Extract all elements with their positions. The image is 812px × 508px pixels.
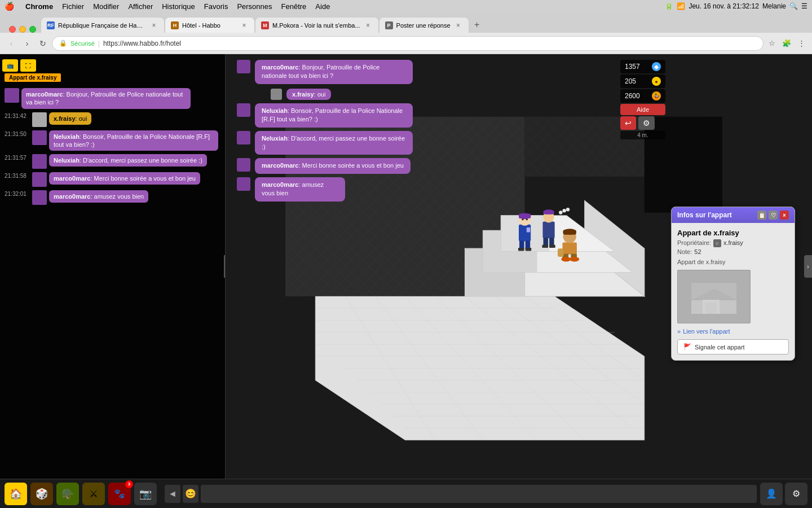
info-panel-close-btn[interactable]: × <box>780 211 789 220</box>
info-panel-fav-btn[interactable]: ♡ <box>769 211 778 220</box>
tab-habbo[interactable]: H Hôtel - Habbo × <box>165 17 255 33</box>
svg-rect-60 <box>563 230 576 234</box>
bottom-right-area: 👤 ⚙ <box>760 483 807 505</box>
diamonds-value: 1357 <box>625 63 640 71</box>
back-button[interactable]: ‹ <box>5 37 18 50</box>
tab-favicon-pokora: M <box>261 21 269 29</box>
chat-emoji-btn[interactable]: 😊 <box>183 485 198 503</box>
habbo-icon-4[interactable]: ⚔ <box>82 483 105 505</box>
search-icon[interactable]: 🔍 <box>789 2 798 10</box>
game-bubble-marco-1: marco0marc: Merci bonne soirée a vous et… <box>237 158 665 173</box>
link-text[interactable]: Lien vers l'appart <box>683 328 730 335</box>
close-button[interactable] <box>9 26 16 33</box>
text-neluxiah-2: D'accord, merci passez une bonne soirée … <box>83 157 202 164</box>
forward-button[interactable]: › <box>20 37 34 50</box>
apple-logo[interactable]: 🍎 <box>5 2 14 11</box>
chat-message-neluxiah-1: 21:31:50 Neluxiah: Bonsoir, Patrouille d… <box>0 129 225 153</box>
chat-messages-container[interactable]: marco0marc: Bonjour, Patrouille de Polic… <box>0 84 225 479</box>
tab-favicon-habbo: H <box>171 21 179 29</box>
maximize-button[interactable] <box>29 26 36 33</box>
info-note-label: Note: <box>677 248 692 255</box>
minimize-button[interactable] <box>19 26 26 33</box>
tab-close-poster[interactable]: × <box>454 21 463 30</box>
bookmark-icon[interactable]: ☆ <box>766 37 778 50</box>
menu-historique[interactable]: Historique <box>157 1 200 12</box>
tab-close-habbo[interactable]: × <box>240 21 249 30</box>
sender-marco-2: marco0marc <box>54 193 90 200</box>
text-marco-1: Merci bonne soirée a vous et bon jeu <box>94 175 196 182</box>
settings-icon[interactable]: ⋮ <box>795 37 807 50</box>
extension-icon[interactable]: 🧩 <box>780 37 793 50</box>
info-panel-copy-btn[interactable]: 📋 <box>757 211 766 220</box>
traffic-lights <box>5 26 41 33</box>
menu-chrome[interactable]: Chrome <box>21 1 58 12</box>
wifi-indicator: 📶 <box>677 2 685 10</box>
text-fraisy: oui <box>79 115 87 122</box>
secure-text: Sécurisé <box>70 40 95 47</box>
menu-personnes[interactable]: Personnes <box>232 1 276 12</box>
info-panel: Infos sur l'appart 📋 ♡ × Appart de x.fra… <box>671 207 795 361</box>
menu-fichier[interactable]: Fichier <box>58 1 89 12</box>
chat-arrow-btn[interactable]: ◄ <box>165 485 180 503</box>
refresh-button[interactable]: ↻ <box>36 37 50 50</box>
owner-badge-icon: ☆ <box>713 239 721 247</box>
new-tab-button[interactable]: + <box>469 17 485 33</box>
gb-sender-neluxiah-1: Neluxiah <box>262 107 288 114</box>
tab-close-pokora[interactable]: × <box>364 21 373 30</box>
avatar-marco-1 <box>32 172 47 187</box>
sender-fraisy: x.fraisy <box>54 115 76 122</box>
menu-modifier[interactable]: Modifier <box>89 1 123 12</box>
datetime: Jeu. 16 nov. à 21:32:12 <box>689 2 759 10</box>
timestamp-marco-2: 21:32:01 <box>5 191 30 197</box>
habbo-icon-5[interactable]: 🐾 3 <box>108 483 131 505</box>
menu-afficher[interactable]: Afficher <box>123 1 157 12</box>
main-content: 📺 ⛶ Appart de x.fraisy marco0marc: Bonjo… <box>0 54 812 479</box>
info-panel-title: Infos sur l'appart <box>677 211 732 219</box>
toggle-view-btn[interactable]: ⛶ <box>20 59 36 72</box>
game-bubble-text-neluxiah-2: Neluxiah: D'accord, merci passez une bon… <box>255 131 413 155</box>
habbo-icon-2[interactable]: 🎲 <box>30 483 53 505</box>
settings-icon-right[interactable]: ⚙ <box>785 483 807 505</box>
avatar-neluxiah-2 <box>32 154 47 169</box>
menu-favoris[interactable]: Favoris <box>200 1 233 12</box>
hud-leave-button[interactable]: ↩ <box>620 116 636 130</box>
gb-text-fraisy: oui <box>317 91 326 98</box>
habbo-game-area[interactable]: marco0marc: Bonjour, Patrouille de Polic… <box>226 54 812 479</box>
address-separator: | <box>98 40 100 47</box>
hud-coins: 205 ● <box>620 75 665 88</box>
menu-username: Melanie <box>762 2 786 10</box>
tab-title-habbo: Hôtel - Habbo <box>182 22 236 29</box>
svg-rect-49 <box>544 211 554 214</box>
avatar-marco-top <box>5 88 19 103</box>
tab-pokora[interactable]: M M.Pokora - Voir la nuit s'emba... × <box>255 17 379 33</box>
notification-icon[interactable]: ☰ <box>801 2 807 10</box>
avatar-icon-right[interactable]: 👤 <box>760 483 783 505</box>
battery-indicator: 🔋 <box>665 2 673 10</box>
tab-title-pokora: M.Pokora - Voir la nuit s'emba... <box>272 22 360 29</box>
hud-ducks: 2600 🦆 <box>620 89 665 103</box>
menu-right-area: 🔋 📶 Jeu. 16 nov. à 21:32:12 Melanie 🔍 ☰ <box>665 2 807 10</box>
chat-input-field[interactable] <box>201 485 757 503</box>
help-button[interactable]: Aide <box>620 104 665 115</box>
signal-button[interactable]: 🚩 Signale cet appart <box>677 339 789 354</box>
habbo-icon-6[interactable]: 📷 <box>134 483 157 505</box>
toggle-chat-btn[interactable]: 📺 <box>2 59 18 72</box>
game-avatar-marco-2 <box>237 177 250 191</box>
address-input[interactable]: 🔒 Sécurisé | https://www.habbo.fr/hotel <box>52 36 764 51</box>
avatar-marco-2 <box>32 190 47 205</box>
habbo-icon-3[interactable]: 🪖 <box>56 483 79 505</box>
game-bubble-text-fraisy: x.fraisy: oui <box>286 89 331 100</box>
tab-close-republique[interactable]: × <box>149 21 158 30</box>
menu-fenetre[interactable]: Fenêtre <box>277 1 311 12</box>
tab-poster[interactable]: P Poster une réponse × <box>379 17 469 33</box>
hud-settings-button[interactable]: ⚙ <box>638 116 655 130</box>
svg-point-64 <box>570 257 579 261</box>
bubble-neluxiah-1: Neluxiah: Bonsoir, Patrouille de la Poli… <box>49 130 218 151</box>
address-right-icons: ☆ 🧩 ⋮ <box>766 37 807 50</box>
info-panel-link[interactable]: » Lien vers l'appart <box>677 328 789 335</box>
habbo-icon-1[interactable]: 🏠 <box>5 483 27 505</box>
collapse-right-arrow[interactable]: › <box>804 255 812 278</box>
tab-republique[interactable]: RF République Française de Habb... × <box>41 17 165 33</box>
svg-rect-40 <box>526 218 528 220</box>
menu-aide[interactable]: Aide <box>311 1 334 12</box>
